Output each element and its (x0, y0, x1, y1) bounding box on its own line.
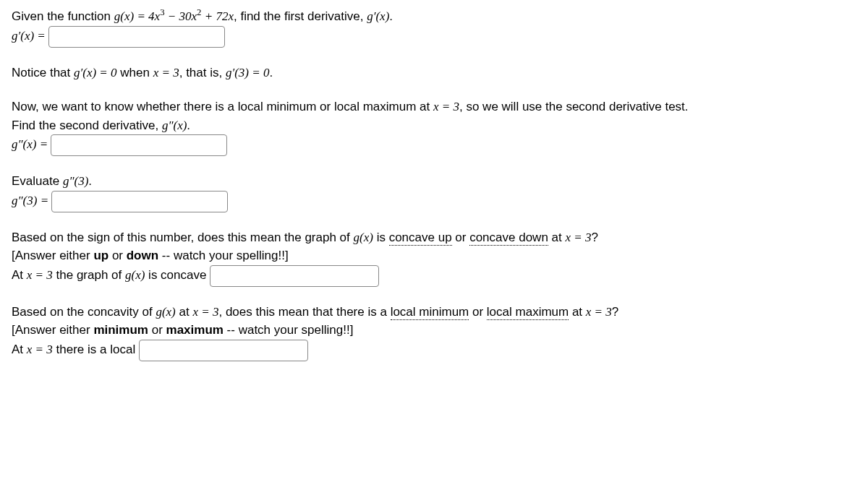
q5-answer-row: At x = 3 there is a local (12, 340, 856, 361)
question-second-derivative: Now, we want to know whether there is a … (12, 98, 856, 156)
q5-local-minimum: local minimum (391, 305, 469, 320)
q1-function: g(x) = 4x3 − 30x2 + 72x (114, 9, 234, 23)
notice-p6: g′(3) = 0 (226, 66, 270, 79)
q1-answer-row: g′(x) = (12, 26, 856, 48)
q5-l1f: or (469, 305, 487, 319)
notice-p7: . (269, 66, 273, 79)
q4-concave-up: concave up (389, 231, 452, 246)
q5-h1: [Answer either (12, 323, 93, 337)
q5-h5: -- watch your spelling!!] (224, 323, 354, 337)
q4-h4: down (127, 249, 158, 262)
q3-answer-label: g″(3) = (12, 194, 51, 207)
extremum-input[interactable] (139, 340, 308, 361)
q1-answer-label: g′(x) = (12, 29, 48, 43)
q1-period: . (389, 9, 393, 23)
q4-h5: -- watch your spelling!!] (158, 249, 289, 262)
q4-l1c: is (373, 231, 389, 244)
q3-l1b: g″(3) (63, 174, 88, 188)
q4-l1e: at (548, 231, 566, 244)
q4-h3: or (109, 249, 127, 262)
q5-l1e: , does this mean that there is a (218, 305, 390, 319)
question-first-derivative: Given the function g(x) = 4x3 − 30x2 + 7… (12, 7, 856, 48)
q4-a2: x = 3 (27, 268, 53, 282)
q2-l2b: g″(x) (162, 119, 187, 132)
notice-p4: x = 3 (153, 66, 179, 79)
evaluate-input[interactable] (51, 191, 228, 212)
q4-a4: g(x) (125, 268, 145, 282)
q4-l1d: or (452, 231, 470, 244)
question-evaluate: Evaluate g″(3). g″(3) = (12, 172, 856, 212)
q1-prompt: Given the function g(x) = 4x3 − 30x2 + 7… (12, 7, 856, 26)
q5-a1: At (12, 343, 27, 356)
second-derivative-input[interactable] (51, 134, 227, 156)
q1-text-suffix: , find the first derivative, (234, 9, 367, 23)
q3-answer-row: g″(3) = (12, 191, 856, 212)
q1-deriv-notation: g′(x) (367, 9, 389, 23)
q4-answer-row: At x = 3 the graph of g(x) is concave (12, 265, 856, 287)
question-local-extremum: Based on the concavity of g(x) at x = 3,… (12, 303, 856, 361)
q1-text-prefix: Given the function (12, 9, 114, 23)
q2-l1a: Now, we want to know whether there is a … (12, 100, 433, 113)
q5-l1h: x = 3 (586, 305, 612, 319)
q2-answer-label: g″(x) = (12, 137, 51, 151)
notice-text: Notice that g′(x) = 0 when x = 3, that i… (12, 64, 856, 82)
q4-h2: up (93, 249, 109, 262)
q2-l1b: x = 3 (433, 100, 459, 113)
q4-prompt: Based on the sign of this number, does t… (12, 228, 856, 247)
q3-prompt: Evaluate g″(3). (12, 172, 856, 191)
q5-h4: maximum (166, 323, 224, 337)
q5-l1c: at (176, 305, 193, 319)
q2-l2c: . (187, 119, 190, 132)
q4-l1b: g(x) (354, 231, 373, 244)
q5-l1g: at (569, 305, 586, 319)
q4-hint: [Answer either up or down -- watch your … (12, 246, 856, 265)
notice-p5: , that is, (179, 66, 226, 79)
q3-l1c: . (88, 174, 92, 188)
q2-answer-row: g″(x) = (12, 134, 856, 156)
q5-l1i: ? (612, 305, 618, 319)
q4-l1g: ? (592, 231, 598, 244)
q3-l1a: Evaluate (12, 174, 63, 188)
question-concavity: Based on the sign of this number, does t… (12, 228, 856, 287)
q4-h1: [Answer either (12, 249, 93, 262)
q5-prompt: Based on the concavity of g(x) at x = 3,… (12, 303, 856, 322)
q5-l1d: x = 3 (192, 305, 218, 319)
q2-l2a: Find the second derivative, (12, 119, 162, 132)
q4-concave-down: concave down (469, 231, 548, 246)
q5-l1b: g(x) (156, 305, 175, 319)
q5-h2: minimum (93, 323, 148, 337)
q5-a2: x = 3 (27, 343, 53, 356)
q4-l1f: x = 3 (565, 231, 591, 244)
q5-l1a: Based on the concavity of (12, 305, 156, 319)
concavity-input[interactable] (210, 265, 379, 287)
q2-l1c: , so we will use the second derivative t… (459, 100, 689, 113)
q4-a1: At (12, 268, 27, 282)
q2-prompt: Now, we want to know whether there is a … (12, 98, 856, 116)
q4-l1a: Based on the sign of this number, does t… (12, 231, 354, 244)
q5-h3: or (148, 323, 166, 337)
notice-p3: when (117, 66, 153, 79)
q5-a3: there is a local (53, 343, 139, 356)
notice-p2: g′(x) = 0 (74, 66, 117, 79)
q5-hint: [Answer either minimum or maximum -- wat… (12, 321, 856, 340)
q4-a3: the graph of (53, 268, 125, 282)
q5-local-maximum: local maximum (487, 305, 569, 320)
q4-a5: is concave (145, 268, 210, 282)
notice-p1: Notice that (12, 66, 74, 79)
first-derivative-input[interactable] (48, 26, 225, 48)
q2-prompt2: Find the second derivative, g″(x). (12, 116, 856, 135)
